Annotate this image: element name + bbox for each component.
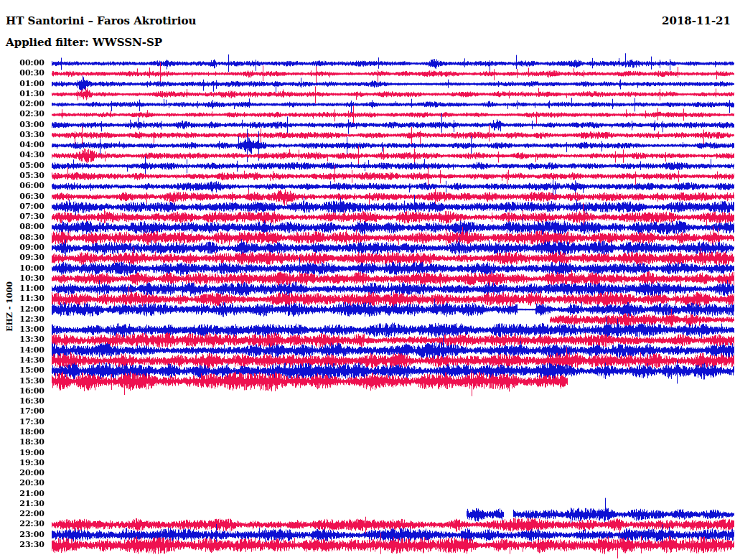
time-label: 17:30 — [0, 417, 45, 427]
time-label: 19:30 — [0, 458, 45, 468]
time-label: 13:00 — [0, 325, 45, 335]
time-label: 13:30 — [0, 335, 45, 345]
time-label: 10:30 — [0, 274, 45, 284]
time-label: 11:30 — [0, 294, 45, 304]
time-label: 08:30 — [0, 233, 45, 243]
time-label: 04:30 — [0, 150, 45, 160]
time-label: 20:30 — [0, 478, 45, 488]
time-label: 12:00 — [0, 304, 45, 314]
time-label: 15:00 — [0, 365, 45, 375]
time-label: 05:30 — [0, 171, 45, 181]
time-label: 07:30 — [0, 212, 45, 222]
time-label: 23:00 — [0, 530, 45, 540]
time-label: 07:00 — [0, 202, 45, 212]
time-label: 09:30 — [0, 253, 45, 263]
time-label: 11:00 — [0, 284, 45, 294]
time-label: 00:30 — [0, 68, 45, 78]
time-label: 05:00 — [0, 161, 45, 171]
time-label: 14:30 — [0, 355, 45, 365]
time-label: 17:00 — [0, 406, 45, 416]
time-label: 18:00 — [0, 427, 45, 437]
time-label: 02:30 — [0, 109, 45, 119]
time-label: 23:30 — [0, 540, 45, 550]
time-label: 15:30 — [0, 376, 45, 386]
time-label: 22:00 — [0, 509, 45, 519]
time-label: 06:00 — [0, 181, 45, 191]
time-label: 14:00 — [0, 345, 45, 355]
time-label: 03:30 — [0, 130, 45, 140]
time-label: 00:00 — [0, 58, 45, 68]
time-label: 18:30 — [0, 437, 45, 447]
time-label: 19:00 — [0, 448, 45, 458]
time-label: 21:30 — [0, 499, 45, 509]
time-label: 01:00 — [0, 79, 45, 89]
time-label: 04:00 — [0, 140, 45, 150]
time-label: 10:00 — [0, 263, 45, 274]
time-label: 06:30 — [0, 192, 45, 202]
time-label: 03:00 — [0, 120, 45, 130]
time-label: 12:30 — [0, 314, 45, 325]
time-label: 16:00 — [0, 386, 45, 396]
time-label: 02:00 — [0, 99, 45, 109]
time-label: 01:30 — [0, 89, 45, 99]
time-label: 16:30 — [0, 396, 45, 406]
time-label: 21:00 — [0, 489, 45, 499]
helicorder-page: HT Santorini – Faros Akrotiriou Applied … — [0, 0, 735, 560]
helicorder-canvas — [0, 0, 735, 560]
time-label: 08:00 — [0, 222, 45, 232]
time-label: 22:30 — [0, 519, 45, 529]
time-label: 09:00 — [0, 243, 45, 253]
time-label: 20:00 — [0, 468, 45, 478]
